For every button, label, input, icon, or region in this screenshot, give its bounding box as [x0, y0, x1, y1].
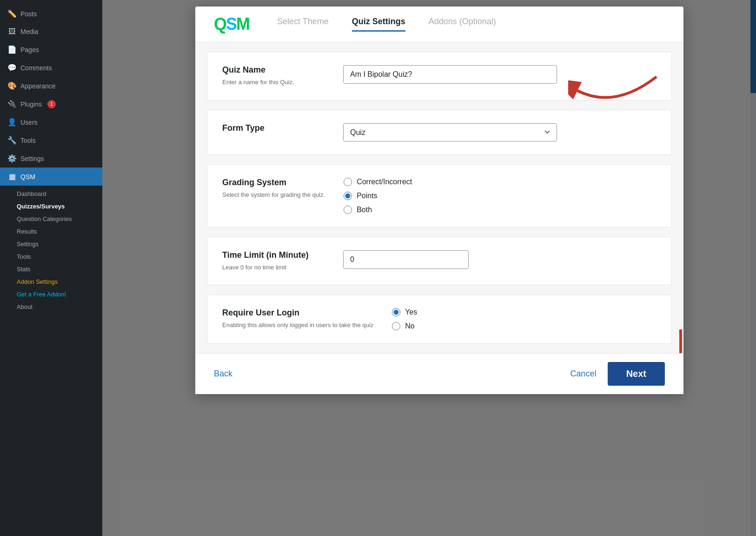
sidebar-item-label: Plugins	[20, 100, 42, 108]
main-area: QSM Select Theme Quiz Settings Addons (O…	[102, 0, 756, 536]
back-button[interactable]: Back	[214, 369, 232, 379]
sidebar-sub-categories[interactable]: Question Categories	[0, 213, 102, 225]
radio-label-both: Both	[357, 206, 372, 214]
sidebar-item-label: Tools	[20, 137, 36, 144]
sidebar-item-label: Users	[20, 119, 38, 126]
sidebar: ✏️ Posts 🖼 Media 📄 Pages 💬 Comments 🎨 Ap…	[0, 0, 102, 536]
qsm-logo: QSM	[214, 16, 249, 33]
tab-addons[interactable]: Addons (Optional)	[429, 17, 496, 32]
sidebar-item-label: Appearance	[20, 82, 56, 90]
sidebar-item-qsm[interactable]: ▦ QSM	[0, 168, 102, 186]
quiz-name-title: Quiz Name	[222, 65, 325, 75]
sidebar-item-label: QSM	[20, 173, 35, 181]
form-type-select[interactable]: Quiz Survey Poll	[343, 123, 557, 141]
radio-points[interactable]: Points	[344, 192, 657, 200]
quiz-name-desc: Enter a name for this Quiz.	[222, 78, 325, 87]
sidebar-sub-results[interactable]: Results	[0, 225, 102, 238]
modal-footer: Back Cancel Next	[195, 353, 683, 394]
sidebar-item-appearance[interactable]: 🎨 Appearance	[0, 77, 102, 95]
sidebar-sub-quizzes[interactable]: Quizzes/Surveys	[0, 200, 102, 213]
quiz-name-label-group: Quiz Name Enter a name for this Quiz.	[222, 65, 325, 87]
time-limit-control	[343, 250, 657, 269]
sidebar-item-label: Comments	[20, 64, 52, 72]
sidebar-item-plugins[interactable]: 🔌 Plugins 1	[0, 95, 102, 113]
tab-select-theme[interactable]: Select Theme	[277, 17, 329, 32]
form-type-control: Quiz Survey Poll	[343, 123, 657, 141]
tab-quiz-settings[interactable]: Quiz Settings	[352, 17, 405, 32]
sidebar-item-media[interactable]: 🖼 Media	[0, 23, 102, 40]
sidebar-sub-about[interactable]: About	[0, 301, 102, 313]
grading-control: Correct/Incorrect Points Both	[344, 178, 657, 214]
time-limit-title: Time Limit (in Minute)	[222, 250, 325, 260]
radio-label-points: Points	[357, 192, 377, 200]
radio-label-correct-incorrect: Correct/Incorrect	[357, 178, 412, 186]
require-login-label-group: Require User Login Enabling this allows …	[222, 308, 373, 330]
sidebar-item-users[interactable]: 👤 Users	[0, 113, 102, 131]
grading-radio-group: Correct/Incorrect Points Both	[344, 178, 657, 214]
modal-dialog: QSM Select Theme Quiz Settings Addons (O…	[195, 7, 683, 394]
time-limit-input[interactable]	[343, 250, 469, 269]
sidebar-sub-free-addon[interactable]: Get a Free Addon!	[0, 288, 102, 301]
quiz-name-control	[343, 65, 657, 84]
grading-label-group: Grading System Select the system for gra…	[222, 178, 325, 200]
sidebar-item-comments[interactable]: 💬 Comments	[0, 59, 102, 77]
time-limit-section: Time Limit (in Minute) Leave 0 for no ti…	[207, 237, 672, 286]
plugins-badge: 1	[47, 100, 56, 108]
require-login-radio-group: Yes No	[392, 308, 657, 330]
grading-desc: Select the system for grading the quiz.	[222, 190, 325, 200]
form-type-title: Form Type	[222, 123, 325, 133]
sidebar-item-label: Posts	[20, 10, 37, 18]
sidebar-sub-stats[interactable]: Stats	[0, 263, 102, 275]
media-icon: 🖼	[7, 27, 17, 36]
sidebar-item-settings[interactable]: ⚙️ Settings	[0, 149, 102, 168]
time-limit-label-group: Time Limit (in Minute) Leave 0 for no ti…	[222, 250, 325, 272]
modal-tabs: Select Theme Quiz Settings Addons (Optio…	[277, 17, 665, 32]
radio-no[interactable]: No	[392, 322, 657, 330]
sidebar-sub-dashboard[interactable]: Dashboard	[0, 188, 102, 200]
grading-system-section: Grading System Select the system for gra…	[207, 164, 672, 228]
radio-yes[interactable]: Yes	[392, 308, 657, 316]
posts-icon: ✏️	[7, 9, 17, 18]
sidebar-item-label: Media	[20, 28, 38, 35]
grading-title: Grading System	[222, 178, 325, 188]
qsm-submenu: Dashboard Quizzes/Surveys Question Categ…	[0, 188, 102, 313]
comments-icon: 💬	[7, 63, 17, 72]
users-icon: 👤	[7, 118, 17, 127]
sidebar-item-label: Pages	[20, 46, 39, 54]
require-login-section: Require User Login Enabling this allows …	[207, 295, 672, 344]
pages-icon: 📄	[7, 45, 17, 54]
form-type-section: Form Type Quiz Survey Poll	[207, 110, 672, 155]
quiz-name-input[interactable]	[343, 65, 557, 84]
modal-body: Quiz Name Enter a name for this Quiz.	[195, 42, 683, 353]
qsm-icon: ▦	[7, 172, 17, 181]
footer-right: Cancel Next	[570, 362, 665, 386]
quiz-name-section: Quiz Name Enter a name for this Quiz.	[207, 52, 672, 100]
radio-both[interactable]: Both	[344, 206, 657, 214]
sidebar-item-posts[interactable]: ✏️ Posts	[0, 5, 102, 23]
sidebar-item-label: Settings	[20, 155, 44, 162]
radio-label-yes: Yes	[405, 308, 417, 316]
sidebar-item-pages[interactable]: 📄 Pages	[0, 40, 102, 59]
next-button[interactable]: Next	[608, 362, 665, 386]
settings-icon: ⚙️	[7, 154, 17, 163]
sidebar-item-tools[interactable]: 🔧 Tools	[0, 131, 102, 149]
cancel-button[interactable]: Cancel	[570, 369, 597, 379]
modal-header: QSM Select Theme Quiz Settings Addons (O…	[195, 7, 683, 42]
radio-correct-incorrect[interactable]: Correct/Incorrect	[344, 178, 657, 186]
sidebar-sub-settings[interactable]: Settings	[0, 238, 102, 250]
time-limit-desc: Leave 0 for no time limit	[222, 263, 325, 272]
radio-label-no: No	[405, 322, 414, 330]
require-login-desc: Enabling this allows only logged in user…	[222, 321, 373, 330]
form-type-label-group: Form Type	[222, 123, 325, 136]
require-login-title: Require User Login	[222, 308, 373, 318]
require-login-control: Yes No	[392, 308, 657, 330]
sidebar-sub-addon-settings[interactable]: Addon Settings	[0, 275, 102, 288]
appearance-icon: 🎨	[7, 81, 17, 90]
plugins-icon: 🔌	[7, 100, 17, 108]
tools-icon: 🔧	[7, 136, 17, 145]
sidebar-sub-tools[interactable]: Tools	[0, 250, 102, 263]
